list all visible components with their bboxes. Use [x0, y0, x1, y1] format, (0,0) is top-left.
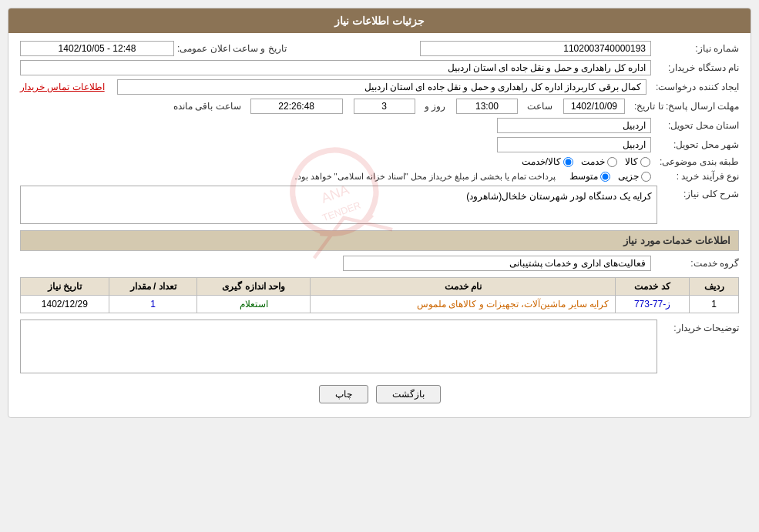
tabaqe-khedmat-label: خدمت: [581, 156, 605, 167]
svg-text:TENDER: TENDER: [321, 199, 361, 223]
col-vahed: واحد اندازه گیری: [197, 278, 311, 296]
row-ostan: استان محل تحویل: اردبیل: [20, 118, 739, 133]
noe-motavaset-radio[interactable]: [600, 172, 610, 182]
noe-motavaset-label: متوسط: [569, 171, 598, 182]
tosih-textarea[interactable]: [20, 320, 657, 373]
services-table-section: ردیف کد خدمت نام خدمت واحد اندازه گیری ت…: [20, 277, 739, 313]
tabaqe-khedmat-item: خدمت: [581, 156, 617, 167]
tabaqe-kala-khedmat-radio[interactable]: [563, 157, 573, 167]
noe-jozi-item: جزیی: [618, 171, 651, 182]
noe-radio-group: جزیی متوسط: [569, 171, 651, 182]
col-radif: ردیف: [690, 278, 739, 296]
cell-tarikh: 1402/12/29: [21, 296, 109, 313]
cell-kod: ز-77-773: [616, 296, 690, 313]
svg-text:ANA: ANA: [319, 182, 351, 206]
row-tabaqe: طبقه بندی موضوعی: کالا خدمت کالا/خدمت: [20, 156, 739, 167]
card-body: شماره نیاز: 1102003740000193 تاریخ و ساع…: [8, 33, 751, 417]
etelaat-link[interactable]: اطلاعات تماس خریدار: [20, 82, 105, 92]
services-table: ردیف کد خدمت نام خدمت واحد اندازه گیری ت…: [20, 277, 739, 313]
ostan-label: استان محل تحویل:: [654, 120, 739, 131]
tabaqe-kala-label: کالا: [625, 156, 638, 167]
mohlat-saat-label: ساعت: [527, 101, 552, 112]
shomareNiaz-value: 1102003740000193: [420, 41, 651, 56]
row-ijadKonande: ایجاد کننده درخواست: کمال برقی کاربرداز …: [20, 79, 739, 95]
noe-motavaset-item: متوسط: [569, 171, 610, 182]
table-row: 1 ز-77-773 کرایه سایر ماشین‌آلات، تجهیزا…: [21, 296, 739, 313]
shomareNiaz-label: شماره نیاز:: [654, 43, 739, 54]
mohlat-roz-label: روز و: [425, 101, 445, 112]
cell-vahed: استعلام: [197, 296, 311, 313]
tosih-label: توضیحات خریدار:: [662, 320, 739, 333]
shahr-label: شهر محل تحویل:: [654, 139, 739, 150]
cell-tedad: 1: [109, 296, 197, 313]
row-namDastgah: نام دستگاه خریدار: اداره کل راهداری و حم…: [20, 60, 739, 75]
sharh-value: کرایه یک دستگاه لودر شهرستان خلخال(شاهرو…: [466, 191, 652, 202]
mohlat-baqi-label: ساعت باقی مانده: [173, 101, 241, 112]
tabaqe-label: طبقه بندی موضوعی:: [653, 156, 739, 167]
sharh-label: شرح کلی نیاز:: [662, 186, 739, 199]
ijadKonande-value: کمال برقی کاربرداز اداره کل راهداری و حم…: [117, 79, 646, 95]
row-shomareNiaz: شماره نیاز: 1102003740000193 تاریخ و ساع…: [20, 41, 739, 56]
svg-point-0: [280, 139, 387, 245]
mohlat-date: 1402/10/09: [563, 99, 625, 114]
tabaqe-kala-khedmat-item: کالا/خدمت: [522, 156, 573, 167]
row-sharh: شرح کلی نیاز: ANA TENDER کرایه یک دستگاه…: [20, 186, 739, 224]
card-header: جزئیات اطلاعات نیاز: [8, 8, 751, 33]
mohlat-baqi: 22:26:48: [250, 99, 343, 114]
buttons-row: بازگشت چاپ: [20, 385, 739, 403]
services-section-title: اطلاعات خدمات مورد نیاز: [20, 230, 739, 251]
tabaqe-kala-radio[interactable]: [640, 157, 650, 167]
row-tosih: توضیحات خریدار:: [20, 320, 739, 376]
ijadKonande-label: ایجاد کننده درخواست:: [650, 82, 739, 92]
mohlat-label: مهلت ارسال پاسخ: تا تاریخ:: [628, 101, 739, 112]
sharh-content: ANA TENDER کرایه یک دستگاه لودر شهرستان …: [20, 186, 657, 224]
grohe-label: گروه خدمت:: [654, 258, 739, 269]
row-shahr: شهر محل تحویل: اردبیل: [20, 137, 739, 152]
tarikh-value: 1402/10/05 - 12:48: [20, 41, 174, 56]
print-button[interactable]: چاپ: [319, 385, 368, 403]
col-nam: نام خدمت: [311, 278, 616, 296]
cell-radif: 1: [690, 296, 739, 313]
sharh-box: ANA TENDER کرایه یک دستگاه لودر شهرستان …: [20, 186, 657, 224]
tabaqe-kala-item: کالا: [625, 156, 650, 167]
row-noe: نوع فرآیند خرید : جزیی متوسط پرداخت تمام…: [20, 171, 739, 182]
mohlat-saat: 13:00: [456, 99, 518, 114]
header-title: جزئیات اطلاعات نیاز: [334, 15, 425, 27]
noe-jozi-label: جزیی: [618, 171, 639, 182]
noe-note: پرداخت تمام یا بخشی از مبلغ خریداز محل "…: [294, 172, 556, 182]
tabaqe-khedmat-radio[interactable]: [607, 157, 617, 167]
noe-label: نوع فرآیند خرید :: [654, 171, 739, 182]
noe-jozi-radio[interactable]: [641, 172, 651, 182]
col-tarikh: تاریخ نیاز: [21, 278, 109, 296]
tabaqe-radio-group: کالا خدمت کالا/خدمت: [522, 156, 650, 167]
grohe-value: فعالیت‌های اداری و خدمات پشتیبانی: [343, 256, 651, 271]
col-kod: کد خدمت: [616, 278, 690, 296]
ostan-value: اردبیل: [497, 118, 651, 133]
row-grohe: گروه خدمت: فعالیت‌های اداری و خدمات پشتی…: [20, 256, 739, 271]
col-tedad: تعداد / مقدار: [109, 278, 197, 296]
back-button[interactable]: بازگشت: [376, 385, 441, 403]
namDastgah-value: اداره کل راهداری و حمل و نقل جاده ای است…: [20, 60, 651, 75]
namDastgah-label: نام دستگاه خریدار:: [654, 62, 739, 73]
tarikh-label: تاریخ و ساعت اعلان عمومی:: [177, 43, 287, 54]
main-card: جزئیات اطلاعات نیاز شماره نیاز: 11020037…: [8, 8, 751, 418]
row-mohlat: مهلت ارسال پاسخ: تا تاریخ: 1402/10/09 سا…: [20, 99, 739, 114]
tabaqe-kala-khedmat-label: کالا/خدمت: [522, 156, 561, 167]
mohlat-roz: 3: [354, 99, 415, 114]
cell-nam: کرایه سایر ماشین‌آلات، تجهیزات و کالاهای…: [311, 296, 616, 313]
shahr-value: اردبیل: [497, 137, 651, 152]
tosih-content: [20, 320, 657, 376]
